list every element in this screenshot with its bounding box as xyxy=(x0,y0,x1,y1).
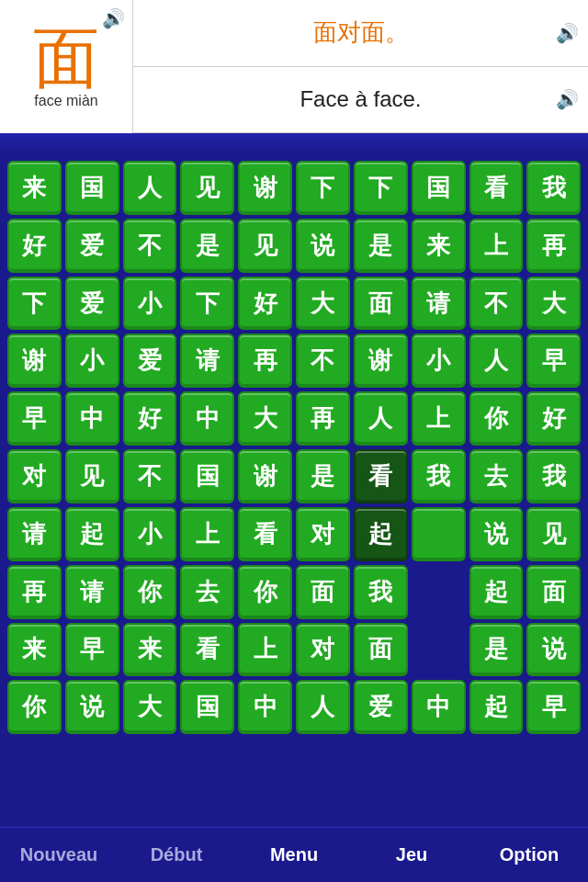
grid-cell[interactable]: 我 xyxy=(526,449,581,503)
grid-cell[interactable]: 再 xyxy=(296,391,350,446)
grid-cell[interactable]: 见 xyxy=(238,219,292,273)
grid-cell[interactable]: 人 xyxy=(123,161,177,215)
grid-cell[interactable]: 见 xyxy=(180,161,234,215)
grid-cell[interactable]: 人 xyxy=(296,680,350,734)
grid-cell[interactable]: 谢 xyxy=(354,334,408,388)
grid-cell[interactable]: 说 xyxy=(65,680,119,734)
grid-cell[interactable]: 你 xyxy=(123,565,177,619)
grid-cell[interactable]: 小 xyxy=(412,334,466,388)
grid-cell[interactable]: 国 xyxy=(180,680,234,734)
grid-cell[interactable]: 是 xyxy=(296,449,350,503)
grid-cell[interactable]: 看 xyxy=(354,449,408,503)
grid-cell[interactable]: 国 xyxy=(180,449,234,503)
nav-item-début[interactable]: Début xyxy=(118,844,235,865)
grid-cell[interactable]: 好 xyxy=(238,277,292,331)
grid-cell[interactable]: 看 xyxy=(180,623,234,677)
grid-cell[interactable]: 爱 xyxy=(123,334,177,388)
grid-cell[interactable]: 下 xyxy=(296,161,350,215)
grid-cell[interactable]: 中 xyxy=(238,680,292,734)
grid-cell[interactable]: 请 xyxy=(7,507,62,561)
grid-cell[interactable]: 请 xyxy=(180,334,234,388)
grid-cell[interactable]: 说 xyxy=(469,507,524,561)
grid-cell[interactable]: 早 xyxy=(7,391,62,446)
grid-cell[interactable]: 大 xyxy=(238,391,292,446)
grid-cell[interactable]: 好 xyxy=(7,219,62,273)
grid-cell[interactable]: 对 xyxy=(296,623,350,677)
grid-cell[interactable]: 好 xyxy=(123,391,177,446)
grid-cell[interactable] xyxy=(412,507,466,561)
grid-cell[interactable]: 面 xyxy=(354,623,408,677)
grid-cell[interactable]: 起 xyxy=(469,565,524,619)
grid-cell[interactable]: 是 xyxy=(469,623,524,677)
grid-cell[interactable]: 我 xyxy=(526,161,581,215)
grid-cell[interactable]: 是 xyxy=(354,219,408,273)
grid-cell[interactable]: 爱 xyxy=(354,680,408,734)
grid-cell[interactable]: 不 xyxy=(123,219,177,273)
grid-cell[interactable]: 谢 xyxy=(238,161,292,215)
grid-cell[interactable]: 你 xyxy=(469,391,524,446)
grid-cell[interactable]: 去 xyxy=(180,565,234,619)
grid-cell[interactable]: 早 xyxy=(65,623,119,677)
grid-cell[interactable]: 再 xyxy=(238,334,292,388)
grid-cell[interactable]: 是 xyxy=(180,219,234,273)
grid-cell[interactable]: 见 xyxy=(526,507,581,561)
grid-cell[interactable]: 我 xyxy=(412,449,466,503)
grid-cell[interactable]: 大 xyxy=(296,277,350,331)
grid-cell[interactable]: 来 xyxy=(7,161,62,215)
grid-cell[interactable]: 爱 xyxy=(65,277,119,331)
grid-cell[interactable]: 看 xyxy=(469,161,524,215)
grid-cell[interactable]: 上 xyxy=(180,507,234,561)
grid-cell[interactable]: 国 xyxy=(412,161,466,215)
grid-cell[interactable]: 不 xyxy=(469,277,524,331)
grid-cell[interactable]: 谢 xyxy=(7,334,62,388)
grid-cell[interactable]: 来 xyxy=(123,623,177,677)
grid-cell[interactable]: 小 xyxy=(123,277,177,331)
grid-cell[interactable]: 国 xyxy=(65,161,119,215)
grid-cell[interactable]: 上 xyxy=(412,391,466,446)
grid-cell[interactable]: 爱 xyxy=(65,219,119,273)
grid-cell[interactable]: 面 xyxy=(354,277,408,331)
grid-cell[interactable]: 再 xyxy=(7,565,62,619)
grid-cell[interactable]: 小 xyxy=(123,507,177,561)
grid-cell[interactable]: 好 xyxy=(526,391,581,446)
grid-cell[interactable]: 不 xyxy=(123,449,177,503)
grid-cell[interactable]: 见 xyxy=(65,449,119,503)
grid-cell[interactable]: 起 xyxy=(469,680,524,734)
grid-cell[interactable]: 早 xyxy=(526,334,581,388)
grid-cell[interactable]: 不 xyxy=(296,334,350,388)
grid-cell[interactable]: 面 xyxy=(526,565,581,619)
grid-cell[interactable]: 起 xyxy=(65,507,119,561)
nav-item-menu[interactable]: Menu xyxy=(235,844,353,865)
grid-cell[interactable]: 你 xyxy=(7,680,62,734)
grid-cell[interactable]: 下 xyxy=(354,161,408,215)
grid-cell[interactable]: 中 xyxy=(180,391,234,446)
grid-cell[interactable]: 你 xyxy=(238,565,292,619)
grid-cell[interactable]: 中 xyxy=(65,391,119,446)
french-audio-icon[interactable]: 🔊 xyxy=(556,88,579,110)
grid-cell[interactable]: 起 xyxy=(354,507,408,561)
grid-cell[interactable]: 小 xyxy=(65,334,119,388)
grid-cell[interactable]: 去 xyxy=(469,449,524,503)
char-audio-icon[interactable]: 🔊 xyxy=(102,7,125,29)
grid-cell[interactable]: 请 xyxy=(412,277,466,331)
grid-cell[interactable]: 来 xyxy=(412,219,466,273)
grid-cell[interactable]: 再 xyxy=(526,219,581,273)
grid-cell[interactable]: 看 xyxy=(238,507,292,561)
grid-cell[interactable]: 对 xyxy=(7,449,62,503)
grid-cell[interactable]: 早 xyxy=(526,680,581,734)
grid-cell[interactable]: 说 xyxy=(526,623,581,677)
chinese-audio-icon[interactable]: 🔊 xyxy=(556,22,579,44)
grid-cell[interactable]: 谢 xyxy=(238,449,292,503)
grid-cell[interactable]: 来 xyxy=(7,623,62,677)
grid-cell[interactable]: 大 xyxy=(526,277,581,331)
grid-cell[interactable]: 对 xyxy=(296,507,350,561)
grid-cell[interactable]: 我 xyxy=(354,565,408,619)
grid-cell[interactable] xyxy=(412,565,466,619)
grid-cell[interactable]: 人 xyxy=(469,334,524,388)
grid-cell[interactable]: 人 xyxy=(354,391,408,446)
grid-cell[interactable]: 中 xyxy=(412,680,466,734)
grid-cell[interactable]: 面 xyxy=(296,565,350,619)
grid-cell[interactable]: 大 xyxy=(123,680,177,734)
grid-cell[interactable] xyxy=(412,623,466,677)
grid-cell[interactable]: 说 xyxy=(296,219,350,273)
